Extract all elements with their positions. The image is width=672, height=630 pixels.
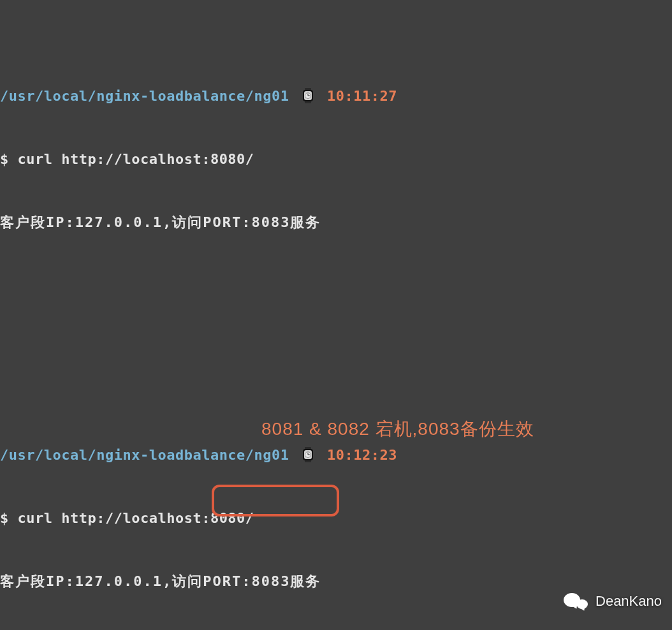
wechat-icon — [564, 589, 592, 612]
command-line: $ curl http://localhost:8080/ — [0, 508, 672, 529]
prompt-time: 10:11:27 — [327, 88, 397, 104]
prompt-time: 10:12:23 — [327, 447, 397, 463]
command-line: $ curl http://localhost:8080/ — [0, 149, 672, 170]
prompt-line: /usr/local/nginx-loadbalance/ng01 10:11:… — [0, 85, 672, 106]
terminal-output[interactable]: /usr/local/nginx-loadbalance/ng01 10:11:… — [0, 1, 672, 630]
command-output: 客户段IP:127.0.0.1,访问PORT:8083服务 — [0, 212, 672, 233]
cwd-path: /usr/local/nginx-loadbalance/ng01 — [0, 88, 289, 104]
prompt-line: /usr/local/nginx-loadbalance/ng01 10:12:… — [0, 444, 672, 465]
annotation-text: 8081 & 8082 宕机,8083备份生效 — [261, 416, 534, 443]
watch-icon — [302, 447, 314, 462]
watermark-text: DeanKano — [595, 590, 662, 612]
watch-icon — [302, 88, 314, 103]
watermark: DeanKano — [564, 589, 662, 612]
cwd-path: /usr/local/nginx-loadbalance/ng01 — [0, 447, 289, 463]
